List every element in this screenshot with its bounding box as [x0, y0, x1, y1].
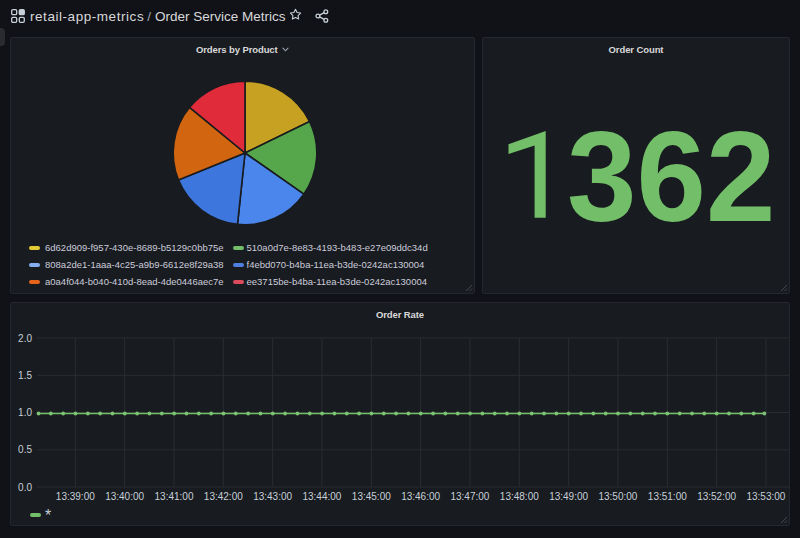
svg-text:13:41:00: 13:41:00: [155, 491, 194, 502]
svg-text:13:43:00: 13:43:00: [253, 491, 292, 502]
svg-text:13:39:00: 13:39:00: [56, 491, 95, 502]
svg-text:0.0: 0.0: [18, 482, 32, 493]
svg-text:13:42:00: 13:42:00: [204, 491, 243, 502]
svg-text:13:44:00: 13:44:00: [302, 491, 341, 502]
svg-text:1.0: 1.0: [18, 407, 32, 418]
svg-text:13:47:00: 13:47:00: [450, 491, 489, 502]
svg-text:0.5: 0.5: [18, 444, 32, 455]
svg-text:13:49:00: 13:49:00: [549, 491, 588, 502]
svg-text:13:48:00: 13:48:00: [500, 491, 539, 502]
svg-text:13:52:00: 13:52:00: [697, 491, 736, 502]
svg-text:13:50:00: 13:50:00: [598, 491, 637, 502]
svg-text:13:45:00: 13:45:00: [352, 491, 391, 502]
svg-text:13:46:00: 13:46:00: [401, 491, 440, 502]
svg-text:2.0: 2.0: [18, 333, 32, 344]
svg-text:13:51:00: 13:51:00: [648, 491, 687, 502]
svg-text:13:40:00: 13:40:00: [105, 491, 144, 502]
svg-text:13:53:00: 13:53:00: [746, 491, 785, 502]
svg-text:1.5: 1.5: [18, 370, 32, 381]
